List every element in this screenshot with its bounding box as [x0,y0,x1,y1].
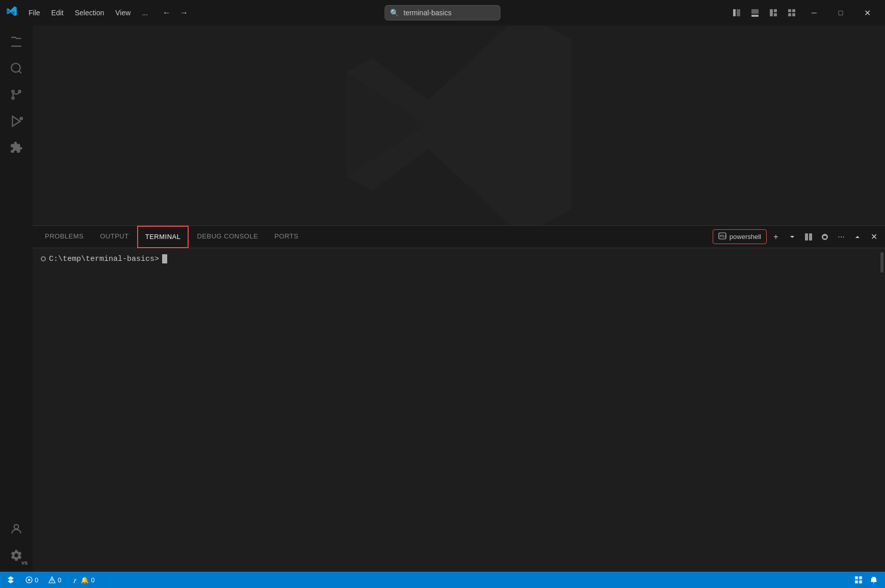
statusbar-layout-icon[interactable] [851,572,866,588]
layout-button[interactable] [766,5,781,20]
prompt-circle-icon [41,256,46,261]
terminal-scrollbar[interactable] [879,248,885,572]
svg-rect-8 [792,9,795,12]
terminal-dropdown-button[interactable] [785,230,799,244]
warning-count: 0 [58,576,61,584]
svg-point-28 [51,581,53,582]
menu-edit[interactable]: Edit [46,7,69,19]
terminal-wrapper: C:\temp\terminal-basics> [33,248,885,572]
menu-view[interactable]: View [110,7,136,19]
tab-ports[interactable]: PORTS [266,226,306,248]
tab-output[interactable]: OUTPUT [92,226,137,248]
panel-actions: PS> powershell + ··· [713,229,881,244]
editor-area: PROBLEMS OUTPUT TERMINAL DEBUG CONSOLE P… [33,25,885,572]
activity-bar-bottom: VS [4,517,29,568]
terminal-prompt: C:\temp\terminal-basics> [41,254,167,263]
svg-point-11 [11,63,20,72]
tab-problems[interactable]: PROBLEMS [37,226,92,248]
menu-bar: File Edit Selection View ... [23,7,153,19]
nav-forward-button[interactable]: → [176,5,192,20]
svg-rect-2 [751,9,759,14]
statusbar-no-problems-icon: 🔔 [81,576,89,584]
vscode-background-logo [331,25,586,225]
activity-account[interactable] [4,517,29,541]
activity-explorer[interactable] [4,30,29,54]
activity-extensions[interactable] [4,136,29,160]
svg-rect-32 [859,580,862,583]
svg-rect-0 [733,9,736,16]
activity-bar: VS [0,25,33,572]
add-terminal-button[interactable]: + [769,230,783,244]
svg-line-12 [19,71,21,73]
svg-rect-10 [792,13,795,16]
editor-main [33,25,885,225]
tab-terminal[interactable]: TERMINAL [137,226,189,248]
statusbar-right [851,572,881,588]
panel-toggle-button[interactable] [747,5,763,20]
powershell-badge[interactable]: PS> powershell [713,229,767,244]
terminal-cursor [162,254,167,263]
kill-terminal-button[interactable] [818,230,832,244]
svg-rect-1 [737,9,740,16]
panel-tabs: PROBLEMS OUTPUT TERMINAL DEBUG CONSOLE P… [33,226,885,248]
statusbar-notifications[interactable] [867,572,881,588]
terminal-path: C:\temp\terminal-basics> [49,255,159,263]
statusbar-errors[interactable]: 0 [22,572,41,588]
svg-rect-22 [805,233,808,240]
panel: PROBLEMS OUTPUT TERMINAL DEBUG CONSOLE P… [33,225,885,572]
activity-settings[interactable]: VS [4,543,29,568]
statusbar: 0 0 🔔 0 [0,572,885,588]
menu-more[interactable]: ... [137,7,153,19]
split-terminal-button[interactable] [801,230,816,244]
menu-selection[interactable]: Selection [70,7,110,19]
svg-text:PS>: PS> [720,234,726,238]
svg-rect-29 [855,576,858,579]
restore-button[interactable]: □ [829,5,852,20]
statusbar-left: 0 0 🔔 0 [4,572,98,588]
search-icon: 🔍 [390,9,399,17]
search-bar: 🔍 [385,5,501,20]
activity-source-control[interactable] [4,83,29,107]
nav-back-button[interactable]: ← [159,5,174,20]
terminal-content[interactable]: C:\temp\terminal-basics> [33,248,879,572]
sidebar-toggle-button[interactable] [729,5,744,20]
svg-rect-6 [774,13,777,16]
activity-search[interactable] [4,56,29,81]
svg-rect-23 [809,233,812,240]
more-actions-button[interactable]: ··· [834,230,848,244]
error-count: 0 [35,576,38,584]
vscode-logo [6,6,17,20]
svg-rect-7 [788,9,791,12]
svg-rect-3 [751,15,759,17]
minimize-button[interactable]: ─ [802,5,826,20]
powershell-label: powershell [730,233,761,240]
statusbar-warnings[interactable]: 0 [45,572,64,588]
svg-rect-31 [855,580,858,583]
terminal-scrollbar-thumb [880,252,883,273]
statusbar-remote[interactable] [4,572,18,588]
maximize-panel-button[interactable] [850,230,865,244]
statusbar-info[interactable]: 🔔 0 [68,572,97,588]
svg-rect-30 [859,576,862,579]
svg-point-14 [12,97,14,99]
activity-run-debug[interactable] [4,109,29,133]
svg-point-19 [14,524,19,529]
window-controls: ─ □ ✕ [729,5,879,21]
close-panel-button[interactable]: ✕ [867,230,881,244]
menu-file[interactable]: File [23,7,45,19]
svg-rect-5 [774,9,777,12]
search-input[interactable] [385,5,501,20]
powershell-icon: PS> [718,232,726,242]
close-button[interactable]: ✕ [855,5,879,21]
svg-rect-9 [788,13,791,16]
tab-debug-console[interactable]: DEBUG CONSOLE [189,226,266,248]
nav-buttons: ← → [159,5,192,20]
main-layout: VS PROBLEMS OUTPUT TERMINAL DEBUG CONSOL… [0,25,885,572]
svg-marker-16 [12,116,20,126]
titlebar: File Edit Selection View ... ← → 🔍 ─ □ ✕ [0,0,885,25]
svg-point-13 [12,90,14,92]
svg-rect-4 [770,9,773,16]
no-problems-count: 0 [91,576,94,584]
customize-layout-button[interactable] [784,5,799,20]
